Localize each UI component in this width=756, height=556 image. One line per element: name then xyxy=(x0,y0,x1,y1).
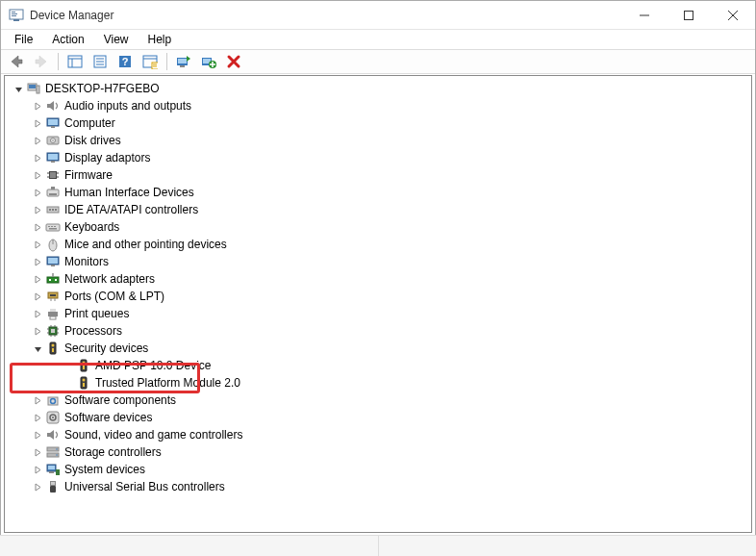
svg-rect-48 xyxy=(49,193,57,195)
svg-point-89 xyxy=(83,362,86,365)
tree-category[interactable]: Sound, video and game controllers xyxy=(5,426,751,443)
tree-category[interactable]: Network adapters xyxy=(5,270,751,288)
menu-file[interactable]: File xyxy=(7,32,40,47)
svg-rect-57 xyxy=(54,226,56,227)
tree-category[interactable]: Monitors xyxy=(5,253,751,270)
category-label: Ports (COM & LPT) xyxy=(64,290,164,303)
security-icon xyxy=(76,375,91,391)
tree-category[interactable]: Software devices xyxy=(5,409,751,426)
menu-action[interactable]: Action xyxy=(44,32,91,47)
close-button[interactable] xyxy=(711,1,755,29)
expand-arrow-icon[interactable] xyxy=(32,204,43,215)
monitor-icon xyxy=(45,150,61,165)
expand-arrow-icon[interactable] xyxy=(32,308,43,319)
action-list-button[interactable] xyxy=(139,51,162,72)
tree-category[interactable]: System devices xyxy=(5,461,751,478)
forward-button[interactable] xyxy=(30,51,53,72)
tree-root[interactable]: DESKTOP-H7FGEBO xyxy=(5,80,751,97)
expand-arrow-icon[interactable] xyxy=(32,152,43,164)
tree-category[interactable]: Human Interface Devices xyxy=(5,184,751,201)
expand-arrow-icon[interactable] xyxy=(32,135,43,146)
svg-rect-104 xyxy=(48,466,55,469)
svg-rect-34 xyxy=(51,126,55,128)
svg-rect-56 xyxy=(51,226,53,227)
properties-button[interactable] xyxy=(88,51,112,72)
category-label: Monitors xyxy=(64,255,109,268)
svg-rect-1 xyxy=(12,12,15,13)
tree-category[interactable]: Ports (COM & LPT) xyxy=(5,288,751,305)
menu-bar: File Action View Help xyxy=(1,30,755,49)
expand-arrow-icon[interactable] xyxy=(32,481,43,493)
tree-category[interactable]: Storage controllers xyxy=(5,443,751,461)
expand-arrow-icon[interactable] xyxy=(13,83,24,94)
expand-arrow-icon[interactable] xyxy=(32,117,43,129)
usb-icon xyxy=(45,479,61,494)
tree-category[interactable]: IDE ATA/ATAPI controllers xyxy=(5,201,751,218)
system-icon xyxy=(45,462,61,477)
app-icon xyxy=(9,8,24,23)
tree-category[interactable]: Display adaptors xyxy=(5,149,751,166)
menu-help[interactable]: Help xyxy=(140,32,180,47)
back-button[interactable] xyxy=(5,51,28,72)
tree-device[interactable]: AMD PSP 10.0 Device xyxy=(5,357,751,374)
security-icon xyxy=(76,358,91,373)
speaker-icon xyxy=(45,427,61,442)
ide-icon xyxy=(45,202,61,217)
collapse-arrow-icon[interactable] xyxy=(32,342,43,354)
tree-category[interactable]: Processors xyxy=(5,322,751,340)
expand-arrow-icon[interactable] xyxy=(32,412,43,423)
svg-rect-31 xyxy=(37,86,39,93)
expand-arrow-icon[interactable] xyxy=(32,429,43,441)
status-bar xyxy=(0,535,756,556)
tree-category[interactable]: Universal Serial Bus controllers xyxy=(5,478,751,495)
expand-arrow-icon[interactable] xyxy=(32,187,43,198)
printer-icon xyxy=(45,306,61,321)
tree-category[interactable]: Audio inputs and outputs xyxy=(5,97,751,114)
monitor-icon xyxy=(45,254,61,269)
show-hide-console-button[interactable] xyxy=(63,51,87,72)
tree-category[interactable]: Disk drives xyxy=(5,132,751,149)
svg-point-51 xyxy=(49,209,51,211)
svg-rect-64 xyxy=(47,277,59,283)
maximize-button[interactable] xyxy=(667,1,711,29)
tree-category[interactable]: Print queues xyxy=(5,305,751,322)
expand-arrow-icon[interactable] xyxy=(32,464,43,475)
svg-rect-2 xyxy=(12,13,17,14)
disk-icon xyxy=(45,133,61,148)
expand-arrow-icon[interactable] xyxy=(32,291,43,302)
uninstall-device-button[interactable] xyxy=(197,51,220,72)
expand-arrow-icon[interactable] xyxy=(32,221,43,233)
expand-arrow-icon[interactable] xyxy=(32,394,43,406)
disable-device-button[interactable] xyxy=(222,51,245,72)
tree-category[interactable]: Firmware xyxy=(5,166,751,184)
tree-device[interactable]: Trusted Platform Module 2.0 xyxy=(5,374,751,392)
computer-icon xyxy=(26,81,41,96)
expand-arrow-icon[interactable] xyxy=(32,100,43,112)
expand-arrow-icon[interactable] xyxy=(32,273,43,285)
tree-category[interactable]: Keyboards xyxy=(5,218,751,236)
svg-rect-49 xyxy=(51,187,55,190)
expand-arrow-icon[interactable] xyxy=(32,169,43,181)
category-label: Keyboards xyxy=(64,220,119,234)
tree-category[interactable]: Mice and other pointing devices xyxy=(5,236,751,253)
tree-category[interactable]: Computer xyxy=(5,114,751,132)
menu-view[interactable]: View xyxy=(96,32,137,47)
expand-arrow-icon[interactable] xyxy=(32,446,43,458)
help-button[interactable]: ? xyxy=(113,51,137,72)
svg-rect-4 xyxy=(13,19,19,21)
tree-category[interactable]: Software components xyxy=(5,392,751,409)
svg-rect-9 xyxy=(68,56,82,67)
minimize-button[interactable] xyxy=(622,1,667,29)
category-label: Network adapters xyxy=(64,272,155,286)
device-tree[interactable]: DESKTOP-H7FGEBOAudio inputs and outputsC… xyxy=(4,75,752,533)
update-driver-button[interactable] xyxy=(172,51,195,72)
tree-category[interactable]: Security devices xyxy=(5,340,751,357)
swdev-icon xyxy=(45,410,61,425)
expand-arrow-icon[interactable] xyxy=(32,239,43,250)
category-label: Software devices xyxy=(64,411,152,424)
category-label: IDE ATA/ATAPI controllers xyxy=(64,203,198,216)
category-label: Storage controllers xyxy=(64,445,162,459)
expand-arrow-icon[interactable] xyxy=(32,325,43,337)
category-label: Universal Serial Bus controllers xyxy=(64,480,225,493)
expand-arrow-icon[interactable] xyxy=(32,256,43,267)
